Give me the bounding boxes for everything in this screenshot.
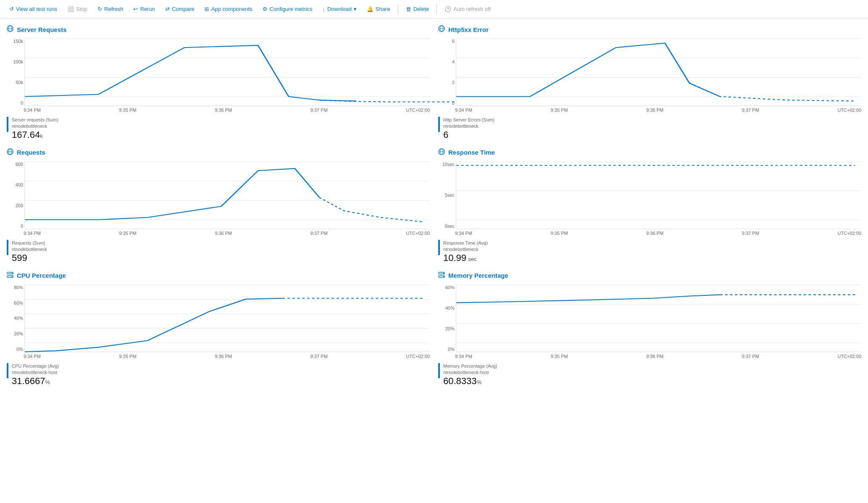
chart-legend-value: 10.99 sec <box>443 253 488 263</box>
chart-title-text-cpu-percentage: CPU Percentage <box>17 272 66 279</box>
chart-legend-value: 6 <box>443 130 495 140</box>
server-icon <box>438 271 445 280</box>
chart-y-label: 2 <box>439 80 455 85</box>
chart-legend-http5xx-error: Http Server Errors (Sum)ntnodebottleneck… <box>438 117 861 140</box>
chart-y-label: 6 <box>439 39 455 44</box>
chart-x-label: 9:35 PM <box>119 354 136 359</box>
chart-area-server-requests: 150k100k50k0 <box>24 39 430 106</box>
chart-value-unit: sec <box>466 256 476 262</box>
chart-title-text-memory-percentage: Memory Percentage <box>448 272 508 279</box>
chart-x-label: UTC+02:00 <box>837 108 861 113</box>
chart-y-label: 4 <box>439 59 455 64</box>
chart-legend-bar <box>438 117 440 132</box>
chart-y-label: 100k <box>7 59 23 64</box>
chart-y-label: 10sec <box>439 162 455 167</box>
chart-legend-label: Http Server Errors (Sum) <box>443 117 495 123</box>
chart-title-http5xx-error: Http5xx Error <box>438 25 861 34</box>
chart-y-label: 40% <box>7 316 23 321</box>
toolbar: ↺ View all test runs ⬜ Stop ↻ Refresh ↩ … <box>0 0 868 18</box>
globe-icon <box>438 25 445 34</box>
chart-card-server-requests: Server Requests150k100k50k09:34 PM9:35 P… <box>7 25 430 140</box>
chart-x-label: 9:37 PM <box>310 354 328 359</box>
app-components-button[interactable]: ⊞ App components <box>200 3 257 15</box>
stop-icon: ⬜ <box>67 6 74 12</box>
svg-point-38 <box>443 273 444 274</box>
auto-refresh-button[interactable]: 🕐 Auto refresh off <box>440 3 495 15</box>
chart-x-label: 9:34 PM <box>455 231 472 236</box>
refresh-button[interactable]: ↻ Refresh <box>93 3 128 15</box>
chart-legend-server-requests: Server requests (Sum)ntnodebottleneck167… <box>7 117 430 140</box>
share-button[interactable]: 🔔 Share <box>363 3 394 15</box>
chart-legend-value: 60.8333% <box>443 376 497 386</box>
chart-x-label: 9:34 PM <box>455 354 472 359</box>
rerun-button[interactable]: ↩ Rerun <box>129 3 159 15</box>
chart-legend-sub: ntnodebottleneck <box>443 246 488 253</box>
chart-value-unit: % <box>45 379 50 385</box>
chart-title-text-server-requests: Server Requests <box>17 26 66 33</box>
chart-legend-value: 31.6667% <box>12 376 59 386</box>
chart-x-label: 9:36 PM <box>215 354 232 359</box>
separator-1 <box>398 4 398 14</box>
globe-icon <box>7 148 13 157</box>
chart-x-label: UTC+02:00 <box>406 231 430 236</box>
chart-y-label: 400 <box>7 182 23 187</box>
chart-card-memory-percentage: Memory Percentage60%40%20%0%9:34 PM9:35 … <box>438 271 861 386</box>
compare-button[interactable]: ⇄ Compare <box>161 3 198 15</box>
chart-title-text-http5xx-error: Http5xx Error <box>448 26 489 33</box>
delete-icon: 🗑 <box>406 6 411 12</box>
chart-title-text-requests: Requests <box>17 149 45 156</box>
chart-title-text-response-time: Response Time <box>448 149 495 156</box>
configure-metrics-button[interactable]: ⚙ Configure metrics <box>258 3 317 15</box>
chart-legend-label: Memory Percentage (Avg) <box>443 363 497 369</box>
chart-y-label: 0% <box>7 347 23 352</box>
stop-button[interactable]: ⬜ Stop <box>63 3 92 15</box>
chart-card-cpu-percentage: CPU Percentage80%60%40%20%0%9:34 PM9:35 … <box>7 271 430 386</box>
chart-legend-value: 599 <box>12 253 47 263</box>
chart-value-main: 60.8333 <box>443 376 477 386</box>
chart-value-main: 10.99 <box>443 253 466 263</box>
view-all-icon: ↺ <box>9 6 14 12</box>
chart-x-label: 9:37 PM <box>310 108 328 113</box>
chart-title-server-requests: Server Requests <box>7 25 430 34</box>
chart-legend-label: Requests (Sum) <box>12 240 47 246</box>
chart-legend-label: Server requests (Sum) <box>12 117 58 123</box>
chart-x-label: 9:34 PM <box>24 231 41 236</box>
chart-area-response-time: 10sec5sec0sec <box>456 162 861 229</box>
chart-legend-sub: ntnodebottleneck-host <box>12 369 59 376</box>
chart-y-label: 60% <box>7 300 23 305</box>
chart-y-label: 20% <box>7 331 23 336</box>
chart-area-memory-percentage: 60%40%20%0% <box>456 285 861 352</box>
chart-x-label: 9:37 PM <box>310 231 328 236</box>
chart-y-label: 40% <box>439 305 455 311</box>
chart-x-label: UTC+02:00 <box>406 108 430 113</box>
chart-legend-sub: ntnodebottleneck <box>443 123 495 129</box>
chart-legend-bar <box>7 240 8 255</box>
chart-y-label: 200 <box>7 203 23 208</box>
chart-y-label: 0% <box>439 347 455 352</box>
chart-area-cpu-percentage: 80%60%40%20%0% <box>24 285 430 352</box>
chart-card-http5xx-error: Http5xx Error64209:34 PM9:35 PM9:36 PM9:… <box>438 25 861 140</box>
chart-value-unit: k <box>40 133 43 139</box>
chart-x-label: UTC+02:00 <box>837 231 861 236</box>
delete-button[interactable]: 🗑 Delete <box>402 3 434 15</box>
compare-icon: ⇄ <box>165 6 170 12</box>
globe-icon <box>7 25 13 34</box>
view-all-button[interactable]: ↺ View all test runs <box>5 3 61 15</box>
chart-legend-cpu-percentage: CPU Percentage (Avg)ntnodebottleneck-hos… <box>7 363 430 386</box>
chart-x-label: 9:35 PM <box>119 231 136 236</box>
download-button[interactable]: ↓ Download ▾ <box>318 3 361 15</box>
chart-y-label: 60% <box>439 285 455 290</box>
share-icon: 🔔 <box>367 6 373 12</box>
chart-x-label: 9:37 PM <box>742 108 759 113</box>
chart-x-label: 9:34 PM <box>24 108 41 113</box>
chart-y-label: 80% <box>7 285 23 290</box>
chart-y-label: 50k <box>7 80 23 85</box>
clock-icon: 🕐 <box>445 6 451 12</box>
chart-legend-requests: Requests (Sum)ntnodebottleneck599 <box>7 240 430 263</box>
chart-x-label: 9:34 PM <box>455 108 472 113</box>
chart-x-label: 9:36 PM <box>215 108 232 113</box>
chart-area-requests: 6004002000 <box>24 162 430 229</box>
gear-icon: ⚙ <box>262 6 267 12</box>
chart-legend-bar <box>7 117 8 132</box>
chart-legend-response-time: Response Time (Avg)ntnodebottleneck10.99… <box>438 240 861 263</box>
